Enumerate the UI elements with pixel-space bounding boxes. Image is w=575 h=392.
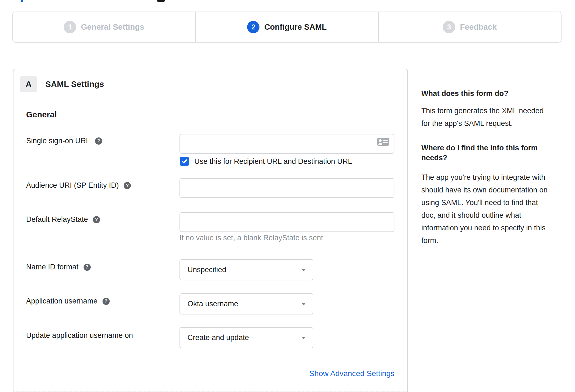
wizard-stepper: 1 General Settings 2 Configure SAML 3 Fe… <box>12 12 562 43</box>
help-sidebar: What does this form do? This form genera… <box>421 89 570 260</box>
app-username-value: Okta username <box>187 300 238 308</box>
update-username-value: Create and update <box>187 333 249 342</box>
app-username-help-icon[interactable]: ? <box>103 298 110 305</box>
recipient-url-checkbox[interactable] <box>180 157 189 166</box>
check-icon <box>181 158 188 165</box>
cutoff-blue-fragment <box>21 0 23 2</box>
sso-url-label-row: Single sign-on URL ? <box>26 137 102 145</box>
name-id-format-select[interactable]: Unspecified <box>179 259 313 280</box>
relaystate-label-row: Default RelayState ? <box>26 215 100 224</box>
general-section-heading: General <box>26 110 57 119</box>
dropdown-caret-icon <box>302 269 306 271</box>
step-3-number: 3 <box>443 21 455 33</box>
app-username-select[interactable]: Okta username <box>179 293 313 314</box>
section-a-badge: A <box>20 76 37 92</box>
audience-uri-label: Audience URI (SP Entity ID) <box>26 181 119 190</box>
recipient-url-checkbox-label: Use this for Recipient URL and Destinati… <box>194 157 352 166</box>
step-2-label: Configure SAML <box>264 23 327 32</box>
step-2-number: 2 <box>247 21 259 33</box>
dropdown-caret-icon <box>302 337 306 339</box>
relaystate-hint: If no value is set, a blank RelayState i… <box>179 234 323 242</box>
step-1-label: General Settings <box>81 23 144 32</box>
sidebar-question-2: Where do I find the info this form needs… <box>421 143 570 163</box>
step-1-number: 1 <box>64 21 76 33</box>
sidebar-answer-1: This form generates the XML needed for t… <box>421 104 570 130</box>
step-configure-saml[interactable]: 2 Configure SAML <box>195 12 378 42</box>
show-advanced-settings-link[interactable]: Show Advanced Settings <box>309 369 394 378</box>
relaystate-label: Default RelayState <box>26 215 88 224</box>
audience-uri-label-row: Audience URI (SP Entity ID) ? <box>26 181 131 190</box>
panel-title: SAML Settings <box>45 76 104 92</box>
app-username-label: Application username <box>26 297 98 305</box>
update-username-select[interactable]: Create and update <box>179 327 313 348</box>
sso-url-help-icon[interactable]: ? <box>95 137 102 145</box>
name-id-format-label-row: Name ID format ? <box>26 263 91 271</box>
audience-uri-help-icon[interactable]: ? <box>124 182 131 189</box>
section-divider <box>13 391 407 391</box>
saml-settings-panel: A SAML Settings General Single sign-on U… <box>13 69 408 392</box>
relaystate-input[interactable] <box>179 212 394 232</box>
sso-url-label: Single sign-on URL <box>26 137 90 145</box>
relaystate-help-icon[interactable]: ? <box>93 216 100 223</box>
sidebar-answer-2: The app you're trying to integrate with … <box>421 171 570 247</box>
name-id-format-value: Unspecified <box>187 266 226 274</box>
step-feedback[interactable]: 3 Feedback <box>378 12 561 42</box>
app-username-label-row: Application username ? <box>26 297 110 305</box>
dropdown-caret-icon <box>302 303 306 305</box>
name-id-format-label: Name ID format <box>26 263 79 271</box>
cutoff-dark-icon-fragment <box>157 0 165 2</box>
update-username-label: Update application username on <box>26 331 133 340</box>
contact-card-icon[interactable] <box>377 138 389 146</box>
step-general-settings[interactable]: 1 General Settings <box>13 12 195 42</box>
step-3-label: Feedback <box>460 23 497 32</box>
sidebar-question-1: What does this form do? <box>421 89 570 98</box>
audience-uri-input[interactable] <box>179 178 394 198</box>
sso-url-input[interactable] <box>179 134 394 154</box>
name-id-format-help-icon[interactable]: ? <box>84 264 91 271</box>
update-username-label-row: Update application username on <box>26 331 133 340</box>
